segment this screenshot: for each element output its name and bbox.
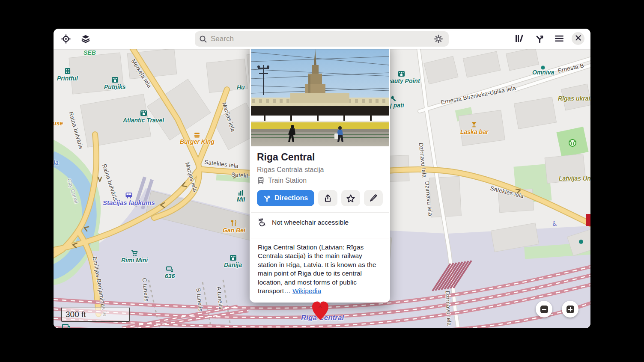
compass-star-icon: [434, 35, 443, 43]
electronics-icon: [62, 324, 71, 328]
close-icon: [575, 35, 581, 42]
map-label-seb[interactable]: SEB: [83, 49, 96, 56]
map-label-burger-king[interactable]: Burger King: [180, 132, 215, 145]
map-label-636[interactable]: 636: [165, 266, 175, 279]
search-input[interactable]: [211, 35, 432, 43]
burger-icon: [194, 132, 200, 138]
hamburger-menu-icon: [555, 35, 564, 42]
map-label-putniks[interactable]: Putņiks: [104, 76, 126, 90]
cutlery-icon: [230, 220, 237, 226]
gps-locate-icon: [61, 34, 71, 44]
wikipedia-link[interactable]: Wikipedia: [292, 287, 321, 294]
place-category: Train Station: [268, 177, 307, 184]
favorite-star-button[interactable]: [341, 190, 360, 206]
search-bar: [195, 31, 449, 47]
share-button[interactable]: [318, 190, 337, 206]
bus-icon: [125, 192, 133, 199]
map-label-gan-bei[interactable]: Gan Bei: [223, 220, 245, 234]
maps-window: ♿ SEB Printful Putņiks Merķeļa iela Atla…: [54, 29, 590, 328]
plus-icon: [566, 306, 574, 313]
cocktail-icon: [471, 122, 477, 128]
explore-poi-button[interactable]: [432, 33, 444, 45]
cart-icon: [131, 250, 138, 256]
zoom-out-button[interactable]: [536, 301, 552, 317]
locate-button[interactable]: [59, 32, 73, 46]
directions-button[interactable]: Directions: [257, 190, 314, 206]
map-label-printful[interactable]: Printful: [57, 68, 78, 82]
map-label-stacijas-laukums[interactable]: Stacijas laukums: [103, 192, 155, 206]
map-label-la[interactable]: la: [54, 159, 59, 166]
train-icon: [257, 177, 265, 184]
map-label-rimi-mini[interactable]: Rimi Mini: [121, 250, 148, 264]
shop-icon: [230, 254, 237, 261]
not-wheelchair-accessible-icon: [258, 218, 267, 227]
accessibility-note: Not wheelchair accessible: [272, 219, 349, 226]
place-native-name: Rīgas Centrālā stacija: [257, 166, 383, 174]
star-icon: [346, 194, 355, 202]
minus-icon: [540, 306, 548, 313]
svg-text:♿: ♿: [552, 220, 558, 228]
office-icon: [64, 68, 71, 74]
layers-button[interactable]: [78, 32, 93, 46]
pencil-icon: [370, 194, 377, 202]
shop-icon: [398, 70, 405, 77]
place-photo: [251, 43, 389, 146]
map-marker[interactable]: [311, 301, 329, 323]
map-label-omniva[interactable]: Omniva: [532, 69, 554, 76]
library-icon: [515, 34, 525, 43]
electronics-icon: [166, 266, 173, 272]
share-icon: [324, 194, 332, 202]
map-label-laska-bar[interactable]: Laska bar: [460, 122, 488, 135]
map-label-atlantic-travel[interactable]: Atlantic Travel: [123, 110, 164, 124]
hammer-icon: [390, 95, 397, 101]
place-title: Riga Central: [257, 151, 383, 163]
map-label-hu[interactable]: Hu: [237, 84, 245, 91]
map-label-mil[interactable]: Mil: [237, 190, 245, 203]
main-menu-button[interactable]: [552, 31, 566, 46]
map-label-use[interactable]: use: [54, 120, 63, 127]
route-y-icon: [263, 195, 271, 202]
map-label-rigas-ukr[interactable]: Rīgas ukraiņ: [558, 95, 590, 102]
map-label-danija[interactable]: Danija: [224, 254, 242, 268]
scale-bar: 300 ft: [61, 307, 130, 322]
route-planner-button[interactable]: [532, 31, 547, 46]
shop-icon: [140, 110, 147, 116]
layers-icon: [81, 35, 90, 43]
zoom-in-button[interactable]: [562, 301, 578, 317]
route-y-icon: [535, 34, 544, 43]
headerbar: [54, 29, 590, 49]
shop-icon: [111, 76, 119, 83]
favorites-library-button[interactable]: [513, 31, 527, 46]
close-window-button[interactable]: [572, 32, 584, 45]
bars-icon: [238, 190, 244, 196]
map-label-latvijas-univ[interactable]: Latvijas Univ: [559, 175, 590, 182]
edit-button[interactable]: [364, 190, 383, 206]
place-card: Riga Central Rīgas Centrālā stacija Trai…: [250, 42, 390, 303]
search-icon: [199, 35, 207, 43]
heart-pin-icon: [311, 315, 329, 322]
